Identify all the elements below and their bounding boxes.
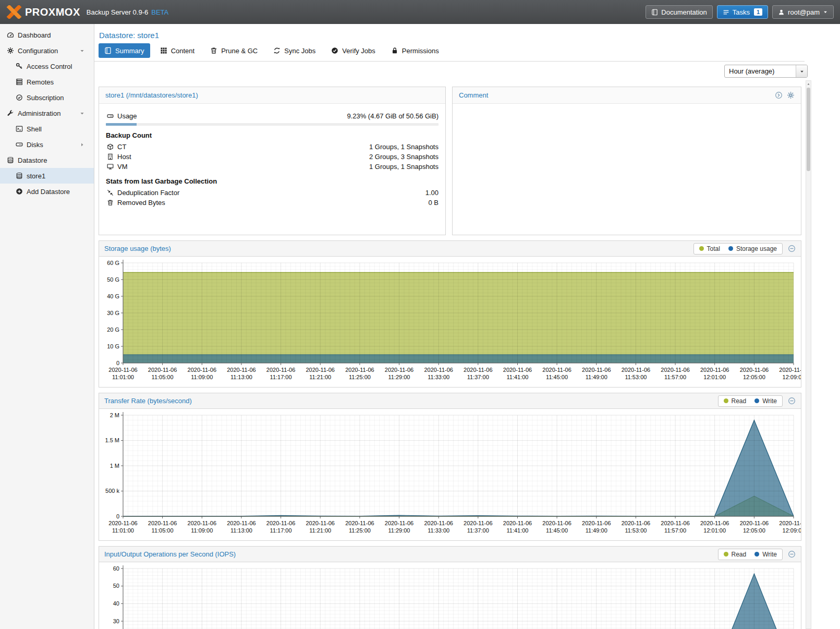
sidebar-item-dashboard[interactable]: Dashboard xyxy=(0,27,94,43)
stat-label: VM xyxy=(117,163,128,171)
stat-row-vm: VM1 Groups, 1 Snapshots xyxy=(106,162,439,172)
scroll-up-button[interactable] xyxy=(806,81,811,87)
legend-dot xyxy=(754,398,759,403)
caret-down-icon xyxy=(78,111,87,116)
desktop-icon xyxy=(106,163,114,170)
svg-text:500 k: 500 k xyxy=(105,488,119,494)
comment-panel-body[interactable] xyxy=(453,104,801,235)
collapse-chart-icon[interactable] xyxy=(788,397,796,405)
product-subtitle: Backup Server 0.9-6 xyxy=(87,8,149,16)
svg-text:2020-11-06: 2020-11-06 xyxy=(779,520,801,526)
svg-text:12:05:00: 12:05:00 xyxy=(743,527,765,534)
collapse-chart-icon[interactable] xyxy=(788,550,796,558)
legend-item-read[interactable]: Read xyxy=(724,397,747,405)
legend-item-read[interactable]: Read xyxy=(724,551,747,558)
svg-text:11:33:00: 11:33:00 xyxy=(428,374,449,380)
sidebar-item-store1[interactable]: store1 xyxy=(0,168,94,184)
svg-text:30 G: 30 G xyxy=(107,310,119,316)
documentation-label: Documentation xyxy=(661,8,707,16)
gc-stats-rows: Deduplication Factor1.00Removed Bytes0 B xyxy=(106,188,439,208)
sidebar-item-datastore[interactable]: Datastore xyxy=(0,152,94,168)
backup-count-title: Backup Count xyxy=(106,131,439,139)
scrollbar-thumb[interactable] xyxy=(807,88,810,171)
database-icon xyxy=(15,172,23,179)
collapse-chart-icon[interactable] xyxy=(788,245,796,252)
chart-body: 010 G20 G30 G40 G50 G60 G2020-11-0611:01… xyxy=(99,257,801,387)
gear-icon[interactable] xyxy=(787,91,795,99)
svg-text:11:37:00: 11:37:00 xyxy=(467,374,489,380)
content-scrollbar[interactable] xyxy=(806,80,811,629)
chart-title: Storage usage (bytes) xyxy=(104,245,171,252)
sidebar-item-label: Dashboard xyxy=(18,31,51,39)
tab-prune-gc[interactable]: Prune & GC xyxy=(204,43,263,58)
user-menu-button[interactable]: root@pam xyxy=(772,5,834,19)
comment-panel: Comment xyxy=(452,87,801,235)
tab-permissions[interactable]: Permissions xyxy=(385,43,445,58)
tab-label: Summary xyxy=(115,47,144,55)
tasks-icon xyxy=(723,9,729,16)
svg-text:0: 0 xyxy=(116,360,119,366)
circle-arrow-icon[interactable] xyxy=(775,91,783,99)
chart-body: 0500 k1 M1.5 M2 M2020-11-0611:01:002020-… xyxy=(99,409,801,540)
tab-summary[interactable]: Summary xyxy=(99,43,150,58)
svg-text:11:01:00: 11:01:00 xyxy=(112,374,134,380)
svg-text:2020-11-06: 2020-11-06 xyxy=(582,367,611,373)
beta-link[interactable]: BETA xyxy=(151,8,168,16)
combo-trigger[interactable] xyxy=(796,65,807,77)
svg-text:11:41:00: 11:41:00 xyxy=(506,527,528,534)
chart-canvas: 010 G20 G30 G40 G50 G60 G2020-11-0611:01… xyxy=(99,257,801,387)
svg-text:2020-11-06: 2020-11-06 xyxy=(345,367,374,373)
sidebar-item-label: Access Control xyxy=(27,63,72,70)
usage-progress-bar xyxy=(106,123,439,126)
hdd-icon xyxy=(106,113,114,119)
svg-text:2020-11-06: 2020-11-06 xyxy=(227,367,255,373)
book-icon xyxy=(651,9,658,16)
legend-item-storage-usage[interactable]: Storage usage xyxy=(728,245,777,252)
legend-label: Total xyxy=(707,245,720,252)
legend-item-write[interactable]: Write xyxy=(754,397,777,405)
chart-title: Input/Output Operations per Second (IOPS… xyxy=(104,550,236,558)
sidebar-item-administration[interactable]: Administration xyxy=(0,105,94,121)
toolbar: Hour (average) xyxy=(94,62,812,80)
svg-text:2020-11-06: 2020-11-06 xyxy=(227,520,255,526)
sidebar-item-configuration[interactable]: Configuration xyxy=(0,43,94,58)
svg-text:2020-11-06: 2020-11-06 xyxy=(385,367,413,373)
svg-text:30: 30 xyxy=(113,618,119,624)
sidebar-item-disks[interactable]: Disks xyxy=(0,137,94,152)
gears-icon xyxy=(6,47,15,54)
documentation-button[interactable]: Documentation xyxy=(646,5,712,19)
svg-text:2020-11-06: 2020-11-06 xyxy=(266,367,295,373)
tab-label: Sync Jobs xyxy=(284,47,315,55)
building-icon xyxy=(106,153,114,160)
svg-text:11:53:00: 11:53:00 xyxy=(625,374,647,380)
legend-item-total[interactable]: Total xyxy=(699,245,720,252)
trash-icon xyxy=(210,47,217,54)
legend-item-write[interactable]: Write xyxy=(754,551,777,558)
legend-dot xyxy=(728,246,733,251)
svg-text:11:29:00: 11:29:00 xyxy=(388,527,410,534)
tab-verify-jobs[interactable]: Verify Jobs xyxy=(325,43,381,58)
usage-progress-fill xyxy=(106,123,137,126)
svg-text:2020-11-06: 2020-11-06 xyxy=(464,520,492,526)
server-icon xyxy=(15,78,23,86)
svg-text:11:57:00: 11:57:00 xyxy=(664,527,686,534)
svg-text:20 G: 20 G xyxy=(107,326,119,333)
sidebar-item-remotes[interactable]: Remotes xyxy=(0,74,94,90)
svg-text:11:17:00: 11:17:00 xyxy=(270,374,292,380)
svg-text:0: 0 xyxy=(116,513,119,519)
stat-label: Deduplication Factor xyxy=(117,189,179,197)
svg-text:2020-11-06: 2020-11-06 xyxy=(779,367,801,373)
sidebar-item-subscription[interactable]: Subscription xyxy=(0,90,94,105)
sidebar-item-access-control[interactable]: Access Control xyxy=(0,58,94,74)
sidebar-item-add-datastore[interactable]: Add Datastore xyxy=(0,184,94,199)
svg-text:11:09:00: 11:09:00 xyxy=(191,527,213,534)
sidebar-item-label: Administration xyxy=(18,110,60,117)
sidebar-item-shell[interactable]: Shell xyxy=(0,121,94,137)
svg-text:2020-11-06: 2020-11-06 xyxy=(740,520,769,526)
tasks-button[interactable]: Tasks 1 xyxy=(717,5,768,19)
main-content: Datastore: store1 SummaryContentPrune & … xyxy=(94,24,840,629)
time-range-combo[interactable]: Hour (average) xyxy=(724,65,808,78)
svg-text:2020-11-06: 2020-11-06 xyxy=(464,367,492,373)
tab-content[interactable]: Content xyxy=(154,43,201,58)
tab-sync-jobs[interactable]: Sync Jobs xyxy=(267,43,321,58)
